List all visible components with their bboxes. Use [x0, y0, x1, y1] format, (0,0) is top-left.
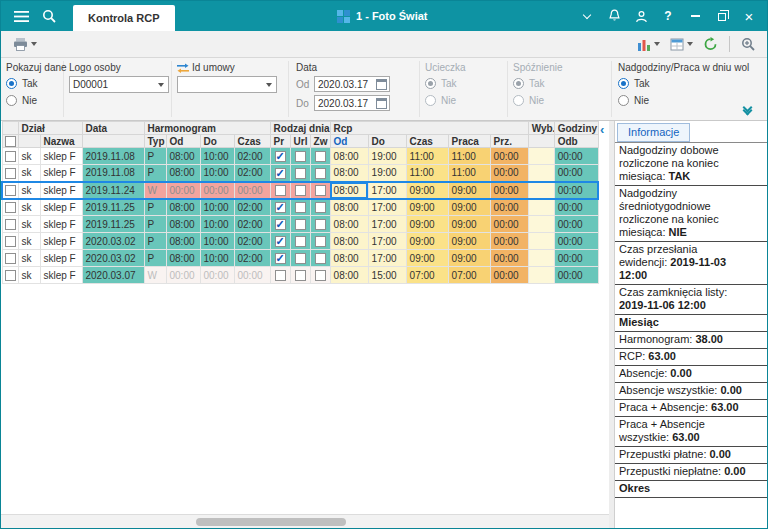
- cell-typ[interactable]: P: [144, 165, 166, 182]
- cell-rczas[interactable]: 09:00: [406, 233, 448, 250]
- company-selector[interactable]: 1 - Foto Świat: [337, 1, 428, 31]
- zw-checkbox[interactable]: [315, 270, 326, 281]
- select-all-checkbox[interactable]: [5, 136, 16, 147]
- row-checkbox[interactable]: [5, 270, 16, 281]
- cell-zw[interactable]: [310, 148, 330, 165]
- pr-checkbox[interactable]: [275, 202, 286, 213]
- cell-typ[interactable]: P: [144, 250, 166, 267]
- row-checkbox[interactable]: [5, 253, 16, 264]
- cell-praca[interactable]: 09:00: [448, 182, 490, 199]
- zw-checkbox[interactable]: [315, 151, 326, 162]
- cell-nazwa[interactable]: sklep F: [40, 250, 82, 267]
- cell-hdo[interactable]: 10:00: [200, 216, 234, 233]
- cell-hdo[interactable]: 00:00: [200, 182, 234, 199]
- cell-url[interactable]: [290, 250, 310, 267]
- cell-data[interactable]: 2019.11.25: [82, 199, 144, 216]
- cell-odb[interactable]: 00:00: [554, 216, 598, 233]
- cell-odb[interactable]: 00:00: [554, 199, 598, 216]
- table-row[interactable]: sksklep F2020.03.02P08:0010:0002:0008:00…: [2, 250, 598, 267]
- pr-checkbox[interactable]: [275, 219, 286, 230]
- cell-praca[interactable]: 11:00: [448, 165, 490, 182]
- cell-nazwa[interactable]: sklep F: [40, 233, 82, 250]
- cell-url[interactable]: [290, 199, 310, 216]
- cell-typ[interactable]: W: [144, 182, 166, 199]
- cell-hdo[interactable]: 10:00: [200, 233, 234, 250]
- cell-cb[interactable]: [2, 199, 18, 216]
- cell-url[interactable]: [290, 267, 310, 284]
- table-row[interactable]: sksklep F2019.11.25P08:0010:0002:0008:00…: [2, 199, 598, 216]
- cell-wyb[interactable]: [528, 165, 554, 182]
- cell-wyb[interactable]: [528, 267, 554, 284]
- cell-pr[interactable]: [270, 199, 290, 216]
- cell-hod[interactable]: 08:00: [166, 216, 200, 233]
- cell-zw[interactable]: [310, 182, 330, 199]
- cell-hczas[interactable]: 02:00: [234, 165, 270, 182]
- calendar-icon[interactable]: [376, 79, 387, 90]
- col-subheader-typ[interactable]: Typ: [144, 135, 166, 148]
- col-subheader-do[interactable]: Do: [200, 135, 234, 148]
- cell-odb[interactable]: 00:00: [554, 250, 598, 267]
- radio-spoznienie-tak[interactable]: Tak: [513, 77, 603, 90]
- cell-hod[interactable]: 00:00: [166, 267, 200, 284]
- col-subheader-od[interactable]: Od: [166, 135, 200, 148]
- cell-hod[interactable]: 08:00: [166, 148, 200, 165]
- col-subheader-rcp-czas[interactable]: Czas: [406, 135, 448, 148]
- expand-filters-button[interactable]: [744, 108, 751, 114]
- url-checkbox[interactable]: [295, 236, 306, 247]
- cell-url[interactable]: [290, 216, 310, 233]
- date-do-input[interactable]: 2020.03.17: [314, 95, 390, 111]
- cell-dzial[interactable]: sk: [18, 182, 40, 199]
- table-row[interactable]: sksklep F2019.11.24W00:0000:0000:0008:00…: [2, 182, 598, 199]
- row-checkbox[interactable]: [5, 185, 16, 196]
- radio-ucieczka-nie[interactable]: Nie: [425, 94, 503, 107]
- close-button[interactable]: ×: [737, 4, 761, 28]
- url-checkbox[interactable]: [295, 185, 306, 196]
- radio-ucieczka-tak[interactable]: Tak: [425, 77, 503, 90]
- cell-rdo[interactable]: 17:00: [368, 216, 406, 233]
- cell-pr[interactable]: [270, 233, 290, 250]
- cell-dzial[interactable]: sk: [18, 165, 40, 182]
- cell-wyb[interactable]: [528, 216, 554, 233]
- cell-zw[interactable]: [310, 199, 330, 216]
- col-subheader-odb[interactable]: Odb: [554, 135, 598, 148]
- table-row[interactable]: sksklep F2020.03.07W00:0000:0000:0008:00…: [2, 267, 598, 284]
- pr-checkbox[interactable]: [275, 270, 286, 281]
- col-header-wyb[interactable]: Wyb.: [528, 122, 554, 135]
- cell-odb[interactable]: 00:00: [554, 182, 598, 199]
- cell-cb[interactable]: [2, 148, 18, 165]
- horizontal-scrollbar[interactable]: [1, 514, 609, 528]
- tab-informacje[interactable]: Informacje: [617, 123, 690, 142]
- pr-checkbox[interactable]: [275, 168, 286, 179]
- cell-data[interactable]: 2019.11.08: [82, 165, 144, 182]
- cell-cb[interactable]: [2, 250, 18, 267]
- cell-pr[interactable]: [270, 250, 290, 267]
- cell-wyb[interactable]: [528, 233, 554, 250]
- col-subheader-czas[interactable]: Czas: [234, 135, 270, 148]
- radio-nadgodziny-tak[interactable]: Tak: [618, 77, 766, 90]
- cell-rod[interactable]: 08:00: [330, 233, 368, 250]
- zw-checkbox[interactable]: [315, 236, 326, 247]
- notifications-button[interactable]: [602, 4, 626, 28]
- cell-pr[interactable]: [270, 216, 290, 233]
- cell-rczas[interactable]: 09:00: [406, 199, 448, 216]
- cell-rdo[interactable]: 15:00: [368, 267, 406, 284]
- cell-prz[interactable]: 00:00: [490, 148, 528, 165]
- pr-checkbox[interactable]: [275, 185, 286, 196]
- cell-rczas[interactable]: 09:00: [406, 182, 448, 199]
- cell-hdo[interactable]: 10:00: [200, 165, 234, 182]
- cell-dzial[interactable]: sk: [18, 250, 40, 267]
- radio-pokazuj-nie[interactable]: Nie: [6, 94, 64, 107]
- minimize-button[interactable]: [683, 4, 707, 28]
- cell-praca[interactable]: 09:00: [448, 216, 490, 233]
- cell-data[interactable]: 2019.11.25: [82, 216, 144, 233]
- cell-rczas[interactable]: 09:00: [406, 216, 448, 233]
- cell-rdo[interactable]: 17:00: [368, 250, 406, 267]
- pr-checkbox[interactable]: [275, 151, 286, 162]
- cell-rdo[interactable]: 17:00: [368, 182, 406, 199]
- cell-hod[interactable]: 08:00: [166, 199, 200, 216]
- cell-hczas[interactable]: 00:00: [234, 267, 270, 284]
- cell-odb[interactable]: 00:00: [554, 148, 598, 165]
- cell-typ[interactable]: P: [144, 199, 166, 216]
- cell-wyb[interactable]: [528, 250, 554, 267]
- cell-nazwa[interactable]: sklep F: [40, 267, 82, 284]
